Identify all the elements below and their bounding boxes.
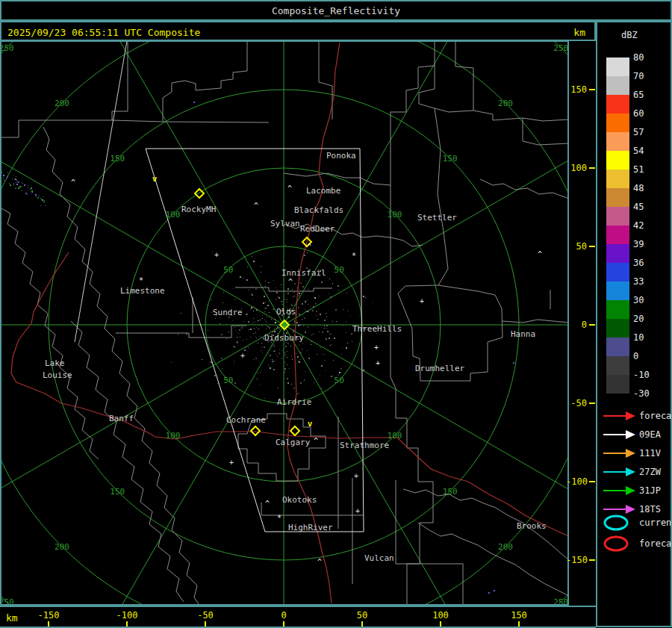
right-axis-tick xyxy=(589,481,595,482)
dbz-scale-label: -10 xyxy=(633,370,650,380)
right-axis-label: 0 xyxy=(566,320,587,330)
bottom-axis-tick xyxy=(205,621,206,627)
dbz-scale-block xyxy=(606,188,629,207)
dbz-scale-label: 57 xyxy=(633,127,644,137)
dbz-scale-label: 42 xyxy=(633,220,644,231)
dbz-scale-label: 33 xyxy=(633,276,644,287)
dbz-scale-label: 70 xyxy=(633,71,644,81)
dbz-scale-block xyxy=(606,375,629,394)
dbz-scale-block xyxy=(606,263,629,282)
bottom-axis-tick xyxy=(126,621,128,627)
legend-ellipse-icon xyxy=(602,514,636,532)
timestamp: 2025/09/23 06:55:11 UTC Composite xyxy=(7,27,200,38)
bottom-axis-tick xyxy=(283,621,284,627)
dbz-scale-label: 45 xyxy=(633,202,644,212)
right-axis-label: -100 xyxy=(566,476,587,487)
legend-item: forecast xyxy=(602,535,672,553)
dbz-scale-block xyxy=(606,57,629,76)
legend-item: 31JP xyxy=(602,482,661,500)
legend-item: 09EA xyxy=(602,426,661,444)
bottom-axis-label: 0 xyxy=(261,610,306,621)
legend-item-label: 111V xyxy=(639,448,661,458)
dbz-scale-block xyxy=(606,356,629,375)
info-bar: 2025/09/23 06:55:11 UTC Composite km xyxy=(0,21,596,41)
legend-item-label: 31JP xyxy=(639,485,661,496)
dbz-scale-label: 30 xyxy=(633,295,644,305)
right-axis-tick xyxy=(589,559,595,561)
right-axis-label: -150 xyxy=(566,555,587,565)
bottom-axis-label: -150 xyxy=(26,610,71,621)
bottom-axis-label: -100 xyxy=(105,610,149,621)
legend-arrow-icon xyxy=(602,428,636,441)
dbz-scale-label: 0 xyxy=(633,351,638,361)
legend-item-label: forecast xyxy=(639,411,672,421)
window-title: Composite_Reflectivity xyxy=(272,5,400,16)
radar-window: Composite_Reflectivity 2025/09/23 06:55:… xyxy=(0,0,672,628)
dbz-scale-label: -30 xyxy=(633,388,650,399)
dbz-scale-label: 54 xyxy=(633,146,644,156)
dbz-scale-block xyxy=(606,132,629,151)
bottom-axis: km -150-100-50050100150 xyxy=(0,606,596,628)
dbz-scale-block xyxy=(606,114,629,132)
bottom-axis-label: 100 xyxy=(418,610,463,621)
dbz-scale-block xyxy=(606,319,629,338)
legend-item-label: 09EA xyxy=(639,429,661,440)
dbz-scale-block xyxy=(606,76,629,95)
dbz-scale-label: 39 xyxy=(633,239,644,249)
right-axis-label: 150 xyxy=(566,84,587,95)
dbz-scale-label: 65 xyxy=(633,90,644,100)
map-frame xyxy=(0,40,569,606)
dbz-scale-block xyxy=(606,300,629,319)
dbz-scale-label: 20 xyxy=(633,314,644,324)
dbz-scale-block xyxy=(606,244,629,263)
legend-arrow-icon xyxy=(602,465,636,479)
dbz-scale-label: 48 xyxy=(633,183,644,193)
dbz-scale-block xyxy=(606,151,629,170)
dbz-scale-label: 60 xyxy=(633,108,644,119)
bottom-axis-tick xyxy=(518,621,520,627)
right-axis-label: 50 xyxy=(566,241,587,252)
title-bar: Composite_Reflectivity xyxy=(0,0,672,21)
bottom-axis-unit-label: km xyxy=(6,612,18,624)
legend-item: 111V xyxy=(602,445,661,463)
bottom-axis-tick xyxy=(361,621,363,627)
legend-item-label: 18TS xyxy=(639,504,661,514)
legend-item-label: current xyxy=(639,517,672,528)
dbz-scale-block xyxy=(606,226,629,244)
dbz-scale-block xyxy=(606,282,629,300)
dbz-scale-label: 80 xyxy=(633,52,644,63)
legend-item: 27ZW xyxy=(602,464,661,482)
dbz-scale-block xyxy=(606,338,629,356)
legend-item-label: forecast xyxy=(639,538,672,549)
bottom-axis-label: 150 xyxy=(497,610,541,621)
legend-panel: dBZ 807065605754514845423936333020100-10… xyxy=(596,21,672,627)
right-axis-label: -50 xyxy=(566,398,587,408)
right-axis-tick xyxy=(589,89,595,90)
legend-item: current xyxy=(602,514,672,532)
scale-title: dBZ xyxy=(621,30,638,40)
dbz-scale-block xyxy=(606,207,629,226)
legend-item: forecast xyxy=(602,408,672,426)
right-axis-unit-label: km xyxy=(573,27,585,38)
legend-arrow-icon xyxy=(602,484,636,497)
bottom-axis-label: 50 xyxy=(340,610,385,621)
bottom-axis-tick xyxy=(48,621,49,627)
right-axis-label: 100 xyxy=(566,163,587,173)
legend-ellipse-icon xyxy=(602,535,636,553)
right-axis-tick xyxy=(589,246,595,247)
legend-arrow-icon xyxy=(602,409,636,423)
right-axis-tick xyxy=(589,402,595,404)
dbz-scale-block xyxy=(606,95,629,114)
bottom-axis-tick xyxy=(440,621,441,627)
dbz-scale-block xyxy=(606,170,629,188)
right-axis-tick xyxy=(589,167,595,169)
bottom-axis-label: -50 xyxy=(183,610,228,621)
dbz-scale-label: 36 xyxy=(633,258,644,268)
dbz-scale-label: 10 xyxy=(633,332,644,343)
right-axis-tick xyxy=(589,324,595,326)
legend-item-label: 27ZW xyxy=(639,467,661,477)
dbz-scale-label: 51 xyxy=(633,164,644,175)
legend-arrow-icon xyxy=(602,447,636,460)
